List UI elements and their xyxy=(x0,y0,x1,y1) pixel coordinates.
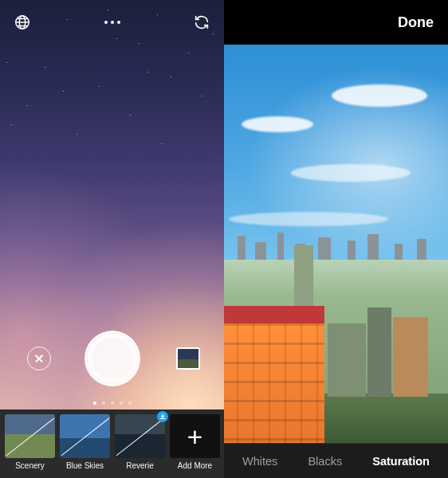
download-badge-icon xyxy=(157,411,168,422)
filter-label: Add More xyxy=(178,461,212,470)
building xyxy=(328,323,366,397)
filter-scenery[interactable]: Scenery xyxy=(5,414,55,470)
adjustment-tabs: Whites Blacks Saturation xyxy=(224,443,448,478)
filter-thumbnail: + xyxy=(170,414,220,458)
editor-image[interactable] xyxy=(224,45,448,443)
plus-icon: + xyxy=(187,423,203,450)
filter-add-more[interactable]: + Add More xyxy=(170,414,220,470)
tab-whites[interactable]: Whites xyxy=(242,455,277,468)
globe-icon[interactable] xyxy=(13,13,32,32)
building-orange xyxy=(224,323,324,443)
page-indicator xyxy=(0,402,224,405)
filter-label: Blue Skies xyxy=(66,461,104,470)
building xyxy=(393,317,428,397)
filter-thumbnail xyxy=(5,414,55,458)
tab-saturation[interactable]: Saturation xyxy=(372,455,430,468)
ground-region xyxy=(224,260,448,443)
more-icon[interactable] xyxy=(104,21,120,24)
shutter-button[interactable] xyxy=(87,333,138,384)
editor-topbar: Done xyxy=(224,0,448,45)
done-button[interactable]: Done xyxy=(398,14,434,31)
treeline xyxy=(320,394,448,443)
editor-screen: Done Whites Blacks xyxy=(224,0,448,478)
building xyxy=(367,308,391,397)
gallery-thumbnail[interactable] xyxy=(176,347,200,370)
camera-screen: Scenery Blue Skies Reverie + Add More xyxy=(0,0,224,478)
filter-label: Reverie xyxy=(126,461,153,470)
building xyxy=(294,245,313,308)
stars-overlay xyxy=(0,0,224,478)
building-roof xyxy=(224,306,324,323)
top-toolbar xyxy=(0,0,224,45)
skyline xyxy=(224,231,448,260)
switch-camera-icon[interactable] xyxy=(192,13,211,32)
filter-label: Scenery xyxy=(15,461,45,470)
tab-blacks[interactable]: Blacks xyxy=(308,455,342,468)
cancel-button[interactable] xyxy=(27,347,51,370)
filter-strip[interactable]: Scenery Blue Skies Reverie + Add More xyxy=(0,409,224,478)
capture-controls xyxy=(0,327,224,390)
filter-thumbnail xyxy=(60,414,110,458)
filter-blue-skies[interactable]: Blue Skies xyxy=(60,414,110,470)
camera-viewfinder xyxy=(0,0,224,478)
filter-reverie[interactable]: Reverie xyxy=(115,414,165,470)
filter-thumbnail xyxy=(115,414,165,458)
